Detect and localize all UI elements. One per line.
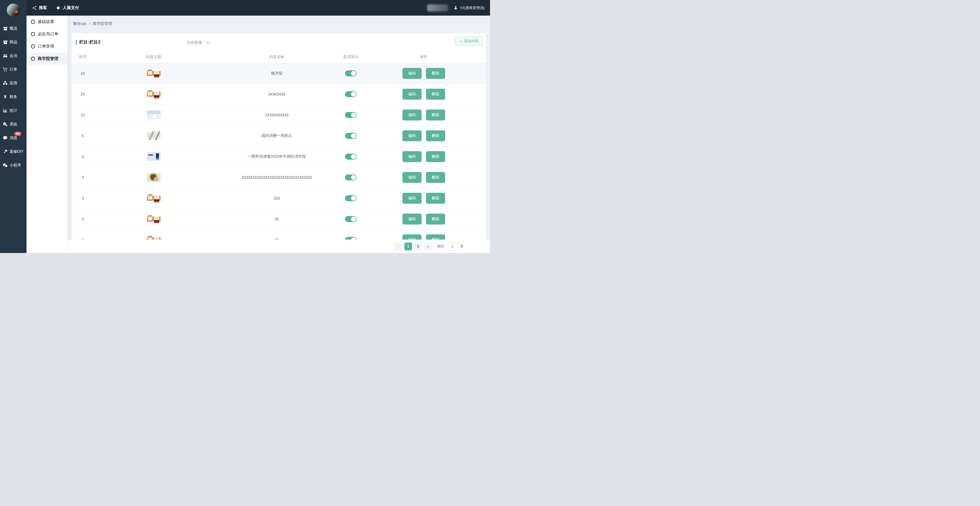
edit-button[interactable]: 编辑	[402, 214, 422, 225]
user-name: YZ(系统管理员)	[460, 5, 485, 10]
user-menu[interactable]: YZ(系统管理员)	[453, 5, 485, 10]
content-card: 栏目:栏目2 内容数量：21 + 添加内容 排序 内容主图 内容名称 是否显示 …	[72, 33, 486, 253]
visibility-toggle[interactable]	[345, 195, 356, 201]
sidebar-item-label: 消息	[10, 136, 17, 140]
visibility-toggle[interactable]	[345, 153, 356, 160]
table-row: 2323333333333编辑删除	[72, 104, 486, 125]
apple-icon	[56, 5, 61, 10]
add-content-button[interactable]: + 添加内容	[455, 37, 483, 46]
submenu-item-label: 商学院管理	[38, 56, 58, 61]
submenu-item-label: 基础设置	[38, 19, 54, 24]
prev-page-button[interactable]: ‹	[395, 243, 402, 250]
table-row: 5国内消费一周热点编辑删除	[72, 125, 486, 146]
edit-button[interactable]: 编辑	[402, 172, 422, 183]
breadcrumb: 聚合cps>商学院管理	[68, 16, 490, 26]
delete-button[interactable]: 删除	[426, 130, 445, 141]
page-number-list: 12	[404, 243, 422, 250]
header-thumb: 内容主图	[94, 54, 214, 59]
circle-icon	[31, 20, 35, 24]
apps-cubes-icon	[3, 81, 8, 86]
delete-button[interactable]: 删除	[426, 172, 445, 183]
visibility-toggle[interactable]	[345, 70, 356, 77]
content-name: 额为翁	[214, 71, 339, 76]
secondary-sidebar: 基础设置必应鸟订单订单管理商学院管理	[27, 16, 68, 253]
breadcrumb-item-current: 商学院管理	[93, 21, 112, 26]
members-icon	[3, 53, 8, 58]
edit-button[interactable]: 编辑	[402, 193, 422, 204]
table-row: 333编辑删除	[72, 208, 486, 229]
sidebar-item-diy[interactable]: 装修DIY	[0, 145, 27, 158]
sidebar-item-overview[interactable]: 概况	[0, 22, 27, 35]
goto-page-control: 前往 页	[437, 242, 464, 251]
submenu-item-business-school[interactable]: 商学院管理	[27, 53, 68, 65]
table-row: 2434343434编辑删除	[72, 83, 486, 104]
visibility-toggle[interactable]	[345, 91, 356, 97]
sidebar-item-miniprogram[interactable]: 小程序	[0, 158, 27, 172]
sidebar-item-apps[interactable]: 应用	[0, 77, 27, 90]
breadcrumb-separator: >	[89, 21, 91, 26]
submenu-item-order-management[interactable]: 订单管理	[27, 40, 68, 53]
topbar-item-tuike[interactable]: 推客	[32, 5, 47, 10]
delete-button[interactable]: 删除	[426, 68, 445, 79]
sidebar-item-finance[interactable]: ¥财务	[0, 90, 27, 104]
sidebar-item-orders[interactable]: 订单	[0, 63, 27, 77]
sidebar-item-system[interactable]: 系统	[0, 118, 27, 131]
content-name: 333	[214, 196, 339, 200]
submenu-item-basic-settings[interactable]: 基础设置	[27, 16, 68, 28]
orders-cart-icon	[3, 67, 8, 72]
table-body: 33额为翁编辑删除2434343434编辑删除2323333333333编辑删除…	[72, 63, 486, 250]
sort-value: 3	[72, 217, 94, 221]
goto-page-input[interactable]	[447, 242, 458, 251]
sidebar-item-stats[interactable]: 统计	[0, 104, 27, 118]
delete-button[interactable]: 删除	[426, 214, 445, 225]
submenu-item-label: 订单管理	[38, 44, 54, 49]
submenu-item-bingbird-orders[interactable]: 必应鸟订单	[27, 28, 68, 40]
header-sort: 排序	[72, 54, 94, 59]
redacted-blur-box	[427, 5, 449, 11]
topbar-right: YZ(系统管理员)	[427, 5, 485, 11]
edit-button[interactable]: 编辑	[402, 110, 422, 120]
content-thumbnail	[147, 173, 161, 182]
topbar-item-face-pay[interactable]: 人脸支付	[56, 5, 79, 10]
chevron-left-icon: ‹	[398, 244, 399, 249]
delete-button[interactable]: 删除	[426, 151, 445, 162]
finance-yen-icon: ¥	[3, 94, 8, 99]
sidebar-item-label: 装修DIY	[10, 149, 24, 154]
header-ops: 操作	[362, 54, 486, 59]
visibility-toggle[interactable]	[345, 174, 356, 180]
user-avatar[interactable]	[7, 3, 20, 17]
circle-icon	[31, 32, 35, 36]
page-unit-label: 页	[460, 244, 464, 249]
next-page-button[interactable]: ›	[424, 243, 432, 250]
edit-button[interactable]: 编辑	[402, 151, 422, 162]
visibility-toggle[interactable]	[345, 133, 356, 139]
toggle-knob	[351, 217, 356, 222]
topbar-item-label: 人脸支付	[63, 5, 79, 10]
circle-icon	[31, 45, 35, 48]
toggle-knob	[351, 92, 356, 97]
content-thumbnail	[147, 152, 161, 161]
table-row: 3333333333333333333333333333333333编辑删除	[72, 167, 486, 188]
sidebar-item-members[interactable]: 会员	[0, 49, 27, 63]
sidebar-item-label: 系统	[10, 122, 17, 127]
edit-button[interactable]: 编辑	[402, 89, 422, 100]
delete-button[interactable]: 删除	[426, 89, 445, 100]
visibility-toggle[interactable]	[345, 216, 356, 222]
main-content: 聚合cps>商学院管理 栏目:栏目2 内容数量：21 + 添加内容 排序 内容主…	[68, 16, 490, 253]
delete-button[interactable]: 删除	[426, 110, 445, 120]
sort-value: 33	[72, 71, 94, 75]
topbar: 推客 人脸支付	[27, 0, 490, 16]
wechat-icon	[3, 163, 8, 168]
visibility-toggle[interactable]	[345, 112, 356, 118]
page-button-2[interactable]: 2	[414, 243, 422, 250]
hammer-icon	[3, 149, 8, 154]
edit-button[interactable]: 编辑	[402, 68, 422, 79]
sidebar-item-messages[interactable]: 消息60	[0, 131, 27, 145]
page-button-1[interactable]: 1	[404, 243, 412, 250]
content-count: 内容数量：21	[187, 40, 210, 45]
edit-button[interactable]: 编辑	[402, 130, 422, 141]
sidebar-item-goods[interactable]: 商品	[0, 35, 27, 49]
delete-button[interactable]: 删除	[426, 193, 445, 204]
breadcrumb-item[interactable]: 聚合cps	[73, 21, 87, 26]
sidebar-item-label: 商品	[10, 40, 17, 45]
